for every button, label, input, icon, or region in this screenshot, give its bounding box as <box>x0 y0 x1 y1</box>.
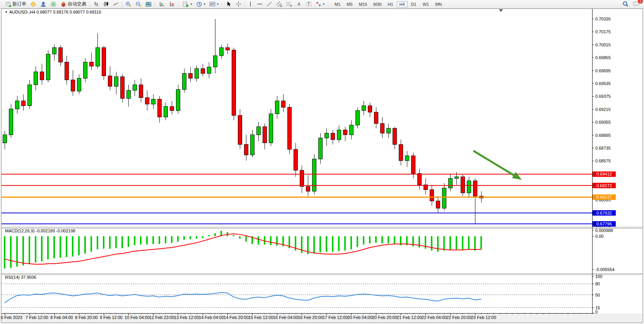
price-line-label: 0.68127 <box>596 195 612 200</box>
toolbar-grip <box>221 2 224 7</box>
candle-bullish <box>176 90 180 111</box>
auto-trading-icon <box>60 1 67 7</box>
arrows-tool-button[interactable]: ▾ <box>314 0 326 8</box>
dropdown-caret: ▾ <box>323 2 325 6</box>
candle-bearish <box>22 101 26 106</box>
search-button[interactable] <box>620 0 631 8</box>
svg-text:T: T <box>307 2 310 6</box>
candle-bullish <box>15 101 19 109</box>
templates-button[interactable]: ▾ <box>207 0 220 8</box>
candle-bullish <box>350 125 354 135</box>
timeframe-D1-button[interactable]: D1 <box>408 1 419 7</box>
candle-bullish <box>127 90 131 99</box>
svg-text:E: E <box>280 5 282 7</box>
timeframe-M30-button[interactable]: M30 <box>371 1 384 7</box>
macd-axis-label: -0.005554 <box>595 267 615 272</box>
chart-collapse-icon[interactable]: ▼ <box>5 10 8 14</box>
timeframe-M5-button[interactable]: M5 <box>344 1 355 7</box>
candle-bullish <box>313 159 316 191</box>
timeframe-MN-button[interactable]: MN <box>432 1 444 7</box>
time-tick-label: 8 Feb 04:00 <box>50 315 73 320</box>
time-tick-label: 17 Feb 12:00 <box>323 315 348 320</box>
chart-shift-button[interactable] <box>167 0 177 8</box>
line-chart-icon <box>113 1 119 7</box>
fibonacci-tool-button[interactable]: F <box>284 0 294 8</box>
time-tick-label: 6 Feb 2023 <box>1 315 22 320</box>
periods-button[interactable]: ▾ <box>194 0 207 8</box>
price-tick-label: 0.68895 <box>595 133 611 138</box>
chart-title: ▼AUDUSD-,H4 0.68077 0.68176 0.68077 0.68… <box>5 10 101 14</box>
candle-bullish <box>387 128 391 133</box>
rsi-axis-label: 80 <box>595 281 600 286</box>
text-icon: A <box>296 1 302 7</box>
new-order-label: 新订单 <box>12 1 26 7</box>
candle-bearish <box>418 174 422 185</box>
candle-bearish <box>170 107 174 111</box>
candle-bullish <box>195 68 199 78</box>
candle-bullish <box>356 111 360 125</box>
candle-bullish <box>183 73 186 90</box>
time-tick-label: 7 Feb 12:00 <box>26 315 48 320</box>
equidistant-channel-tool-button[interactable]: E <box>274 0 284 8</box>
candle-bullish <box>319 138 323 159</box>
chart-canvas[interactable]: 0.703350.701750.700150.698550.696950.695… <box>0 0 644 324</box>
new-order-button[interactable]: 新订单 <box>3 0 28 8</box>
candle-bearish <box>282 101 285 107</box>
candle-bearish <box>473 181 477 196</box>
candle-bearish <box>374 112 378 123</box>
trading-terminal: 新订单 自动交易 <box>0 0 644 324</box>
text-tool-button[interactable]: A <box>294 0 304 8</box>
cursor-tool-button[interactable] <box>224 0 234 8</box>
tile-windows-button[interactable] <box>143 0 154 8</box>
auto-scroll-button[interactable] <box>157 0 167 8</box>
zoom-out-icon <box>135 1 142 7</box>
auto-trading-button[interactable]: 自动交易 <box>58 0 88 8</box>
candle-bullish <box>84 62 87 78</box>
timeframe-H1-button[interactable]: H1 <box>385 1 396 7</box>
fibonacci-icon: F <box>286 1 292 7</box>
add-indicator-icon <box>183 1 189 7</box>
time-tick-label: 20 Feb 04:00 <box>347 315 372 320</box>
tile-windows-icon <box>145 1 152 7</box>
price-line-label: 0.68412 <box>596 172 612 176</box>
metaeditor-button[interactable] <box>28 0 38 8</box>
metaeditor-diamond-icon <box>30 1 36 7</box>
candle-bullish <box>152 99 155 104</box>
candle-bearish <box>232 50 236 115</box>
horizontal-line-tool-button[interactable] <box>255 0 265 8</box>
timeframe-W1-button[interactable]: W1 <box>420 1 432 7</box>
candle-bullish <box>449 178 453 188</box>
zoom-in-button[interactable] <box>123 0 133 8</box>
rsi-axis-label: 15 <box>595 305 600 310</box>
search-icon <box>622 1 629 7</box>
time-tick-label: 22 Feb 04:00 <box>422 315 447 320</box>
vertical-line-tool-button[interactable] <box>246 0 255 8</box>
horizontal-line-icon <box>257 1 263 7</box>
signals-button[interactable] <box>48 0 58 8</box>
line-chart-mode-button[interactable] <box>111 0 121 8</box>
timeframe-M15-button[interactable]: M15 <box>356 1 370 7</box>
rsi-indicator-label: RSI(14) 37.9506 <box>5 275 36 280</box>
template-icon <box>209 1 215 7</box>
text-label-tool-button[interactable]: T <box>304 0 314 8</box>
zoom-out-button[interactable] <box>133 0 143 8</box>
candle-bearish <box>71 80 75 91</box>
timeframe-H4-button[interactable]: H4 <box>397 1 408 7</box>
trendline-tool-button[interactable] <box>265 0 274 8</box>
candle-bullish <box>257 127 261 135</box>
candle-bullish <box>53 48 56 54</box>
candle-bullish <box>269 114 273 143</box>
arrows-icon <box>316 1 321 7</box>
crosshair-tool-button[interactable] <box>234 0 243 8</box>
timeframe-M1-button[interactable]: M1 <box>332 1 343 7</box>
dropdown-caret: ▾ <box>217 2 219 6</box>
candlestick-mode-button[interactable] <box>101 0 111 8</box>
indicators-button[interactable]: ▾ <box>181 0 194 8</box>
vertical-line-icon <box>248 1 253 7</box>
chat-button[interactable]: 1 <box>631 0 642 8</box>
candle-bullish <box>220 48 224 56</box>
bar-chart-mode-button[interactable] <box>92 0 101 8</box>
clock-icon <box>196 1 202 7</box>
toolbar-grip <box>0 2 3 7</box>
community-button[interactable] <box>38 0 48 8</box>
